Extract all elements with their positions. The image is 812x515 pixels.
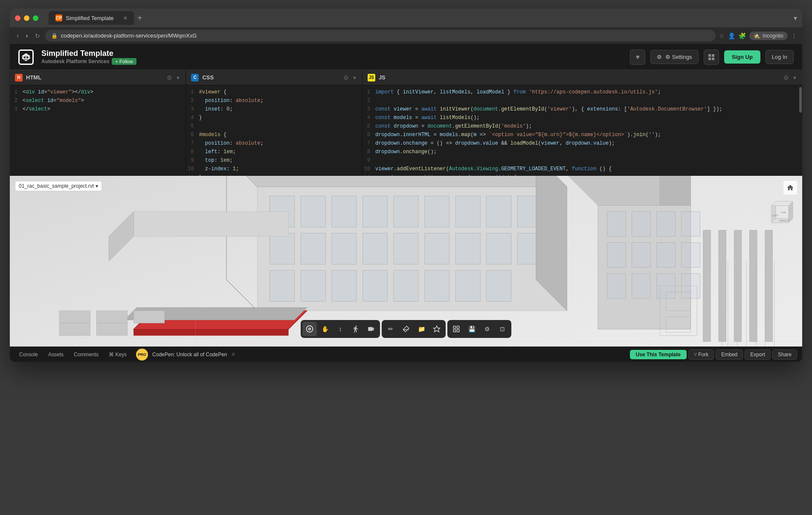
html-label: HTML — [26, 74, 41, 81]
svg-rect-89 — [133, 311, 165, 323]
layout-button[interactable] — [704, 49, 719, 65]
js-panel: JS JS ⚙ ▾ 1import { initViewer, listMode… — [362, 70, 802, 175]
pro-badge: PRO — [136, 349, 148, 361]
js-scrollbar[interactable] — [799, 85, 802, 175]
js-expand-btn[interactable]: ▾ — [792, 73, 797, 82]
pan-tool-button[interactable]: ✋ — [318, 322, 332, 336]
code-line: 11} — [186, 174, 362, 175]
markup-button[interactable]: ✏ — [383, 322, 398, 336]
bookmark-icon[interactable]: ☆ — [719, 32, 725, 39]
svg-marker-43 — [226, 176, 567, 187]
code-line: 6#models { — [186, 131, 362, 140]
dismiss-pro-button[interactable]: × — [232, 351, 235, 358]
login-button[interactable]: Log In — [766, 50, 794, 64]
properties-button[interactable]: 💾 — [464, 322, 479, 336]
css-editor[interactable]: 1#viewer { 2 position: absolute; 3 inset… — [186, 85, 362, 175]
use-template-button[interactable]: Use This Template — [630, 350, 687, 359]
console-tab[interactable]: Console — [15, 350, 42, 359]
svg-rect-88 — [96, 311, 128, 323]
maximize-button[interactable] — [33, 15, 38, 21]
extensions-icon[interactable]: 🧩 — [739, 32, 746, 39]
camera-button[interactable] — [364, 322, 378, 336]
svg-rect-26 — [425, 233, 450, 265]
menu-icon[interactable]: ⋮ — [791, 32, 797, 39]
comments-tab[interactable]: Comments — [70, 350, 103, 359]
new-tab-button[interactable]: + — [134, 12, 146, 25]
view-cube[interactable]: FRONT LEFT TOP — [763, 197, 797, 231]
html-panel: H HTML ⚙ ▾ 1 <div id="viewer"></div> 2 <… — [10, 70, 186, 175]
code-line: 5 — [186, 123, 362, 131]
codepen-logo: Simplified Template Autodesk Platform Se… — [18, 49, 136, 65]
navigation-toolbar-group: ✋ ↕ — [301, 320, 380, 338]
orbit-tool-button[interactable] — [302, 322, 317, 336]
svg-text:LEFT: LEFT — [772, 214, 779, 217]
js-settings-btn[interactable]: ⚙ — [783, 73, 790, 82]
js-editor[interactable]: 1import { initViewer, listModels, loadMo… — [362, 85, 802, 175]
code-line: 10 z-index: 1; — [186, 166, 362, 174]
svg-marker-66 — [133, 212, 288, 236]
fork-button[interactable]: ⑂ Fork — [688, 349, 714, 360]
walk-tool-button[interactable] — [348, 322, 363, 336]
settings-button[interactable]: ⚙ ⚙ Settings — [650, 50, 699, 64]
assets-tab[interactable]: Assets — [44, 350, 68, 359]
section-button[interactable]: 📁 — [414, 322, 429, 336]
svg-rect-55 — [657, 242, 676, 267]
svg-rect-16 — [394, 196, 418, 227]
zoom-tool-button[interactable]: ↕ — [333, 322, 348, 336]
signup-button[interactable]: Sign Up — [724, 50, 760, 64]
codepen-header: Simplified Template Autodesk Platform Se… — [10, 44, 802, 70]
tab-list-button[interactable]: ▾ — [794, 14, 797, 22]
svg-rect-13 — [301, 196, 325, 227]
viewer-toolbar: ✋ ↕ ✏ — [301, 320, 511, 338]
url-bar[interactable]: 🔒 codepen.io/autodesk-platform-services/… — [45, 30, 716, 41]
svg-rect-19 — [487, 196, 511, 227]
forward-button[interactable]: › — [24, 30, 29, 41]
active-tab[interactable]: CP Simplified Template × — [49, 11, 134, 25]
html-expand-btn[interactable]: ▾ — [176, 73, 180, 82]
svg-text:FRONT: FRONT — [779, 219, 790, 222]
html-settings-btn[interactable]: ⚙ — [166, 73, 173, 82]
like-button[interactable]: ♥ — [630, 49, 645, 65]
code-line: 6dropdown.innerHTML = models.map(m => `<… — [362, 131, 802, 140]
console-label: Console — [19, 352, 38, 358]
settings-toolbar-group: 💾 ⚙ ⊡ — [447, 320, 511, 338]
incognito-label: Incognito — [763, 33, 783, 39]
model-browser-button[interactable] — [449, 322, 464, 336]
html-editor[interactable]: 1 <div id="viewer"></div> 2 <select id="… — [10, 85, 186, 175]
code-line: 1#viewer { — [186, 89, 362, 97]
css-label: CSS — [202, 74, 214, 81]
tab-close-icon[interactable]: × — [124, 15, 127, 21]
svg-rect-30 — [270, 271, 295, 302]
browser-window: CP Simplified Template × + ▾ ‹ › ↻ 🔒 cod… — [10, 9, 802, 362]
measure-button[interactable] — [399, 322, 413, 336]
svg-rect-103 — [453, 326, 455, 328]
tab-title: Simplified Template — [66, 15, 113, 21]
reload-button[interactable]: ↻ — [33, 31, 42, 41]
css-expand-btn[interactable]: ▾ — [352, 73, 357, 82]
settings2-button[interactable]: ⚙ — [480, 322, 494, 336]
settings-icon: ⚙ — [657, 54, 662, 60]
css-settings-btn[interactable]: ⚙ — [342, 73, 350, 82]
export-button[interactable]: Export — [745, 349, 771, 360]
share-button[interactable]: Share — [772, 349, 797, 360]
code-line: 9 — [362, 157, 802, 166]
home-button[interactable] — [783, 181, 797, 195]
close-button[interactable] — [15, 15, 20, 21]
keys-tab[interactable]: ⌘ Keys — [104, 350, 131, 359]
back-button[interactable]: ‹ — [15, 30, 20, 41]
embed-button[interactable]: Embed — [716, 349, 743, 360]
svg-rect-49 — [607, 212, 626, 236]
svg-rect-25 — [394, 233, 418, 265]
model-selector[interactable]: 01_rac_basic_sample_project.rvt ▾ — [15, 181, 102, 191]
title-bar: CP Simplified Template × + ▾ — [10, 9, 802, 27]
code-line: 4const models = await listModels(); — [362, 114, 802, 123]
tab-bar: CP Simplified Template × + ▾ — [49, 11, 797, 25]
fullscreen-button[interactable]: ⊡ — [495, 322, 510, 336]
profile-icon[interactable]: 👤 — [728, 32, 735, 39]
svg-rect-57 — [607, 274, 626, 298]
minimize-button[interactable] — [24, 15, 29, 21]
follow-button[interactable]: + Follow — [112, 58, 136, 65]
explode-button[interactable] — [429, 322, 444, 336]
js-icon: JS — [368, 74, 375, 81]
svg-marker-102 — [434, 326, 440, 332]
